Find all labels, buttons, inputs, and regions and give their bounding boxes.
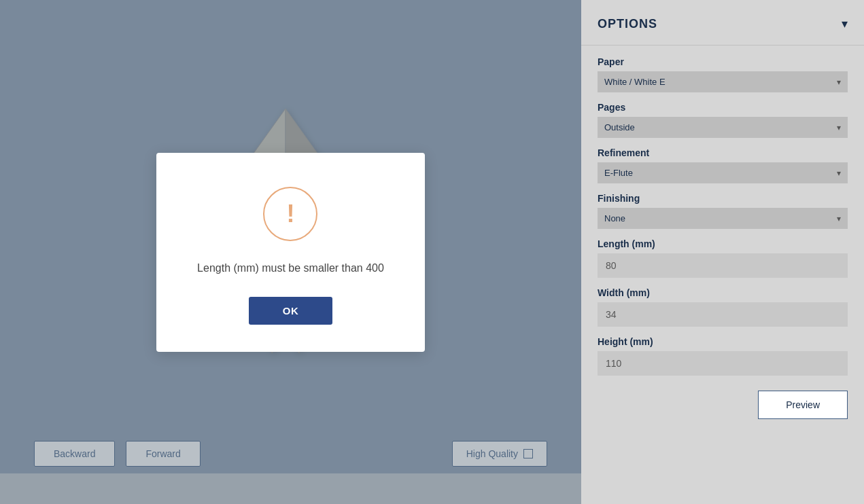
pages-field-group: Pages Outside ▾ (598, 102, 848, 138)
options-panel: OPTIONS ▾ Paper White / White E ▾ Pages … (581, 0, 864, 504)
finishing-select[interactable]: None (598, 208, 848, 229)
preview-button[interactable]: Preview (758, 391, 848, 419)
options-body: Paper White / White E ▾ Pages Outside ▾ … (581, 46, 864, 396)
refinement-field-group: Refinement E-Flute ▾ (598, 147, 848, 183)
height-input[interactable] (598, 351, 848, 376)
canvas-area: Backward Forward High Quality ! Length (… (0, 0, 581, 504)
pages-label: Pages (598, 102, 848, 113)
options-header: OPTIONS ▾ (581, 0, 864, 46)
paper-label: Paper (598, 56, 848, 67)
height-field-group: Height (mm) (598, 336, 848, 376)
modal-message: Length (mm) must be smaller than 400 (197, 260, 384, 276)
paper-field-group: Paper White / White E ▾ (598, 56, 848, 92)
options-title: OPTIONS (598, 17, 657, 31)
finishing-select-wrapper: None ▾ (598, 208, 848, 229)
refinement-select[interactable]: E-Flute (598, 162, 848, 183)
pages-select[interactable]: Outside (598, 117, 848, 138)
paper-select[interactable]: White / White E (598, 71, 848, 92)
width-field-group: Width (mm) (598, 287, 848, 327)
height-label: Height (mm) (598, 336, 848, 347)
pages-select-wrapper: Outside ▾ (598, 117, 848, 138)
length-field-group: Length (mm) (598, 238, 848, 278)
refinement-label: Refinement (598, 147, 848, 158)
ok-button[interactable]: OK (249, 297, 333, 325)
refinement-select-wrapper: E-Flute ▾ (598, 162, 848, 183)
warning-icon-circle: ! (263, 187, 317, 241)
finishing-field-group: Finishing None ▾ (598, 193, 848, 229)
modal-overlay: ! Length (mm) must be smaller than 400 O… (0, 0, 581, 504)
chevron-down-icon[interactable]: ▾ (842, 16, 848, 31)
exclamation-icon: ! (286, 202, 294, 226)
width-input[interactable] (598, 302, 848, 327)
modal-dialog: ! Length (mm) must be smaller than 400 O… (156, 153, 425, 352)
length-input[interactable] (598, 253, 848, 278)
length-label: Length (mm) (598, 238, 848, 249)
finishing-label: Finishing (598, 193, 848, 204)
paper-select-wrapper: White / White E ▾ (598, 71, 848, 92)
width-label: Width (mm) (598, 287, 848, 298)
